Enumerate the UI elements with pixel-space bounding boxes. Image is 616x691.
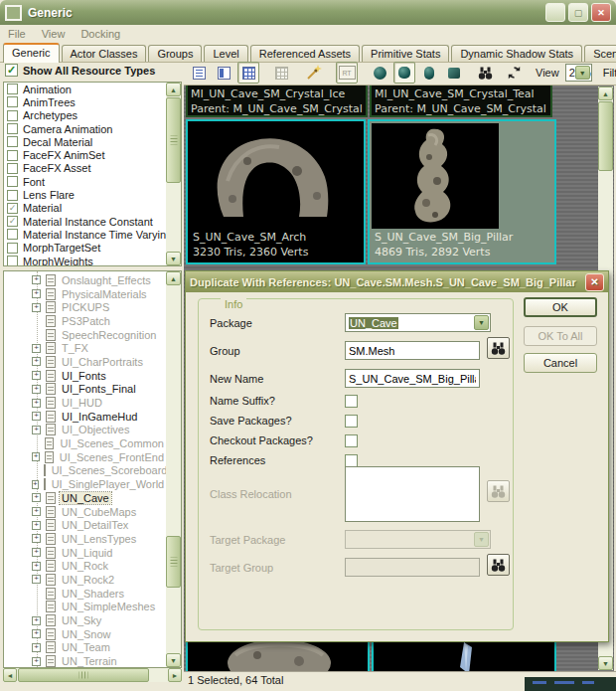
tab[interactable]: Primitive Stats [362, 45, 449, 62]
tab[interactable]: Dynamic Shadow Stats [451, 45, 582, 62]
cancel-button[interactable]: Cancel [524, 353, 597, 373]
resource-type-checkbox[interactable] [7, 110, 18, 121]
tree-item[interactable]: + UN_Terrain [4, 654, 166, 668]
minimize-button[interactable] [545, 3, 565, 22]
menu-item[interactable]: File [8, 28, 26, 40]
scroll-left-icon[interactable]: ◄ [3, 668, 17, 682]
resource-type-checkbox[interactable] [7, 84, 18, 94]
expand-icon[interactable]: + [32, 289, 41, 298]
tree-item[interactable]: + UN_Sky [4, 613, 166, 627]
resource-type-row[interactable]: Lens Flare [4, 188, 181, 201]
grid-view-icon[interactable] [237, 62, 259, 84]
tree-item[interactable]: + UN_Cave [4, 491, 166, 505]
primitive-cylinder-icon[interactable] [418, 62, 440, 84]
expand-icon[interactable]: + [32, 399, 41, 408]
tab[interactable]: Level [204, 45, 247, 62]
primitive-cube-icon[interactable] [443, 62, 465, 84]
resource-type-checkbox[interactable] [7, 176, 18, 187]
refresh-icon[interactable] [503, 62, 525, 84]
ok-button[interactable]: OK [524, 297, 597, 317]
expand-icon[interactable]: + [32, 507, 41, 516]
expand-icon[interactable]: + [32, 385, 41, 394]
resource-type-row[interactable]: Archetypes [4, 109, 181, 122]
tree-item[interactable]: + UN_Snow [4, 627, 166, 641]
new-name-input[interactable] [345, 369, 480, 388]
tree-item[interactable]: + UI_Fonts [4, 369, 166, 383]
scroll-down-icon[interactable]: ▼ [166, 653, 181, 667]
tree-item[interactable]: + UI_Scenes_Scoreboards [4, 464, 166, 478]
group-search-binoculars-icon[interactable] [487, 337, 510, 359]
asset-tile[interactable]: S_UN_Cave_SM_Arch 3230 Tris, 2360 Verts [186, 119, 366, 264]
dialog-checkbox[interactable] [345, 454, 358, 467]
tree-item[interactable]: + UN_Team [4, 641, 166, 655]
tree-item[interactable]: + PhysicalMaterials [4, 287, 166, 301]
tree-item[interactable]: + UI_Objectives [4, 424, 166, 437]
tab[interactable]: Groups [148, 45, 202, 62]
asset-tile-selected[interactable]: S_UN_Cave_SM_Big_Pillar 4869 Tris, 2892 … [368, 119, 556, 264]
tree-v-scrollbar[interactable]: ▲ ▼ [166, 271, 181, 667]
menu-item[interactable]: View [42, 28, 66, 40]
tree-item[interactable]: + UN_CubeMaps [4, 505, 166, 519]
expand-icon[interactable]: + [32, 657, 41, 666]
tree-item[interactable]: + UI_Scenes_FrontEnd [4, 450, 166, 464]
tab[interactable]: Generic [3, 43, 60, 63]
dialog-checkbox[interactable] [345, 434, 358, 447]
scroll-thumb[interactable] [598, 101, 613, 171]
resource-type-row[interactable]: Camera Animation [4, 122, 181, 135]
tree-item[interactable]: + UI_Scenes_Common [4, 436, 166, 450]
expand-icon[interactable]: + [32, 371, 41, 380]
close-icon[interactable]: ✕ [591, 3, 611, 22]
resource-type-checkbox[interactable] [7, 150, 18, 161]
resource-type-checkbox[interactable] [7, 256, 18, 266]
tree-item[interactable]: + T_FX [4, 341, 166, 355]
title-bar[interactable]: Generic ▢ ✕ [0, 0, 616, 25]
resource-type-row[interactable]: Animation [4, 83, 181, 95]
dialog-checkbox[interactable] [345, 415, 358, 428]
package-dropdown[interactable]: UN_Cave ▼ [345, 313, 491, 332]
tree-item[interactable]: + UN_Rock [4, 559, 166, 573]
resource-type-row[interactable]: MorphTargetSet [4, 242, 181, 255]
tree-item[interactable]: + UI_Fonts_Final [4, 383, 166, 397]
expand-icon[interactable]: + [32, 426, 41, 434]
expand-icon[interactable]: + [32, 575, 41, 584]
resource-type-checkbox[interactable] [7, 203, 18, 214]
maximize-button[interactable]: ▢ [568, 3, 588, 22]
asset-tile[interactable]: S_UN_Cave_SM_Crystal_2 [186, 639, 370, 671]
expand-icon[interactable]: + [32, 452, 40, 461]
chevron-down-icon[interactable]: ▼ [575, 66, 590, 80]
tab[interactable]: Actor Classes [62, 45, 147, 62]
dialog-title-bar[interactable]: Duplicate With References: UN_Cave.SM.Me… [186, 271, 608, 292]
scroll-thumb[interactable] [18, 668, 149, 682]
expand-icon[interactable]: + [32, 493, 41, 502]
dialog-checkbox[interactable] [345, 395, 358, 408]
scroll-down-icon[interactable]: ▼ [166, 252, 181, 265]
expand-icon[interactable]: + [32, 521, 41, 530]
search-binoculars-icon[interactable] [474, 62, 496, 84]
list-view-icon[interactable] [188, 62, 210, 84]
resource-type-row[interactable]: Material Instance Constant [4, 215, 181, 228]
expand-icon[interactable]: + [32, 480, 39, 489]
close-icon[interactable]: ✕ [585, 273, 604, 291]
resource-type-row[interactable]: Material Instance Time Varying [4, 228, 181, 241]
asset-tile[interactable]: MI_UN_Cave_SM_Crystal_Ice Parent: M_UN_C… [186, 86, 368, 117]
resource-type-row[interactable]: AnimTrees [4, 95, 181, 108]
tree-item[interactable]: + UN_Shaders [4, 587, 166, 601]
scroll-up-icon[interactable]: ▲ [166, 83, 181, 96]
expand-icon[interactable]: + [32, 643, 41, 652]
scroll-right-icon[interactable]: ► [168, 668, 182, 682]
expand-icon[interactable]: + [32, 616, 41, 625]
resource-type-row[interactable]: MorphWeights [4, 255, 181, 266]
expand-icon[interactable]: + [32, 357, 41, 366]
scroll-down-icon[interactable]: ▼ [598, 656, 613, 670]
tree-item[interactable]: + UN_LensTypes [4, 532, 166, 546]
menu-item[interactable]: Docking [80, 28, 120, 40]
resource-type-checkbox[interactable] [7, 216, 18, 227]
class-relocation-textarea[interactable] [345, 466, 480, 522]
expand-icon[interactable]: + [32, 303, 41, 312]
resource-type-row[interactable]: Material [4, 202, 181, 215]
tree-item[interactable]: + UN_SimpleMeshes [4, 601, 166, 614]
scroll-thumb[interactable] [166, 97, 181, 183]
group-input[interactable] [345, 341, 480, 360]
tree-h-scrollbar[interactable]: ◄ ► [3, 668, 182, 682]
show-all-resource-types[interactable]: Show All Resource Types [5, 64, 155, 77]
